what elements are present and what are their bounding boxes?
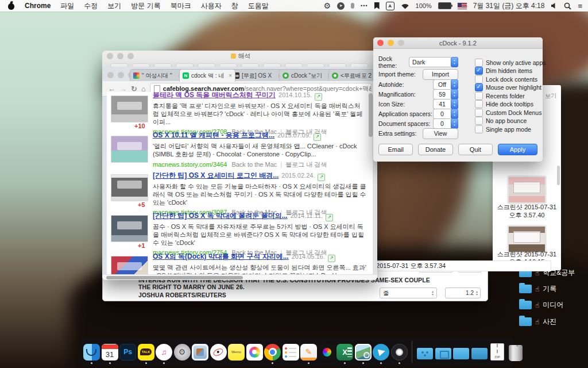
checkbox-show-only-active-apps[interactable]: Show only active apps: [475, 59, 546, 66]
checkbox-custom-dock-menus[interactable]: Custom Dock Menus: [475, 109, 541, 116]
autohide-stepper[interactable]: Off▴▾: [433, 79, 458, 90]
location-icon[interactable]: ➤: [337, 2, 345, 10]
dock-photoshop[interactable]: Ps: [119, 339, 136, 365]
document-spacers-stepper[interactable]: 0▴▾: [433, 118, 458, 129]
keyboard-flag-icon[interactable]: [458, 3, 467, 9]
dock-excel[interactable]: X: [336, 339, 353, 365]
bookmark-icon[interactable]: [374, 2, 380, 9]
input-source-icon[interactable]: A: [386, 2, 394, 10]
donate-button[interactable]: Donate: [418, 144, 452, 155]
view-button[interactable]: View: [423, 128, 458, 139]
source-link[interactable]: macnews.tistory.com/3464: [153, 161, 227, 168]
checkbox-recents-folder[interactable]: Recents folder: [475, 92, 525, 99]
tab-cdock-view[interactable]: cDock "보기 ×: [279, 69, 334, 82]
notification-center-icon[interactable]: ≡: [578, 2, 582, 10]
more-icon[interactable]: •••: [361, 3, 368, 9]
menu-view[interactable]: 보기: [107, 1, 121, 11]
dock-preview[interactable]: [355, 339, 372, 365]
desktop-folder-photos[interactable]: ☝ 사진: [519, 317, 556, 327]
horizontal-scrollbar[interactable]: [102, 274, 377, 280]
dock-reminders[interactable]: [283, 339, 299, 365]
magnification-stepper[interactable]: 59▴▾: [433, 89, 458, 99]
external-link-icon[interactable]: ↗: [328, 255, 335, 262]
quit-button[interactable]: Quit: [458, 144, 493, 155]
checkbox[interactable]: [475, 109, 483, 117]
checkbox[interactable]: [475, 59, 483, 67]
desktop-folder-media[interactable]: ☝ 미디어: [519, 300, 563, 310]
stepper-arrows-icon[interactable]: ▴▾: [451, 99, 458, 109]
stepper-arrows-icon[interactable]: ▴▾: [451, 109, 458, 119]
dock-finder[interactable]: [83, 339, 100, 365]
file-label[interactable]: 스크린샷 2015-07-31: [493, 251, 561, 258]
close-button[interactable]: [107, 72, 114, 78]
dock-photos[interactable]: [246, 339, 263, 365]
dock-mail[interactable]: [192, 339, 208, 365]
menu-window[interactable]: 창: [231, 1, 238, 11]
icon-size-stepper[interactable]: 41▴▾: [433, 99, 458, 109]
import-button[interactable]: Import: [423, 69, 458, 80]
tab-close-icon[interactable]: ×: [229, 72, 232, 79]
checkbox-no-app-bounce[interactable]: No app bounce: [475, 117, 527, 125]
result-thumbnail[interactable]: [111, 256, 148, 275]
window-titlebar[interactable]: 해석: [102, 51, 379, 61]
menu-bookmarks[interactable]: 북마크: [171, 1, 191, 11]
stepper-arrows-icon[interactable]: ▴▾: [451, 118, 458, 129]
panel-scrollbar[interactable]: [557, 166, 560, 185]
menu-edit[interactable]: 수정: [84, 1, 98, 11]
menu-history[interactable]: 방문 기록: [131, 1, 160, 11]
vertical-scrollbar[interactable]: [369, 93, 373, 137]
checkbox[interactable]: [475, 92, 483, 100]
screenshot-file-thumbnail[interactable]: [508, 225, 546, 253]
result-title-link[interactable]: OS X의 독(Dock) 막대를 화면 구석 자리에...: [153, 252, 289, 260]
dock-pixelmator[interactable]: [319, 339, 335, 365]
cdock-titlebar[interactable]: cDock - 9.1.2: [373, 37, 543, 49]
clock[interactable]: 7월 31일 (금) 오후 4:18: [473, 1, 545, 11]
stepper-arrows-icon[interactable]: ▴▾: [451, 79, 458, 90]
application-spacers-stepper[interactable]: 0▴▾: [433, 109, 458, 119]
checkbox[interactable]: [475, 75, 483, 83]
checkbox-dim-hidden-items[interactable]: Dim hidden items: [475, 67, 532, 75]
result-title-link[interactable]: [간단한 팁] OS X 요세미티 로그인 배경...: [153, 171, 278, 179]
apply-button[interactable]: Apply: [498, 144, 537, 155]
volume-icon[interactable]: [551, 2, 558, 9]
menu-file[interactable]: 파일: [60, 1, 74, 11]
result-thumbnail[interactable]: [111, 95, 148, 122]
checkbox-single-app-mode[interactable]: Single app mode: [475, 125, 531, 133]
menu-people[interactable]: 사용자: [201, 1, 222, 11]
menu-help[interactable]: 도움말: [248, 1, 269, 11]
dock-itunes[interactable]: ♫: [156, 339, 172, 365]
wifi-icon[interactable]: [401, 3, 409, 9]
apple-icon[interactable]: [8, 2, 15, 10]
dock-memo[interactable]: Memo: [228, 339, 245, 365]
dock-calendar[interactable]: 31: [102, 339, 118, 365]
checkbox[interactable]: [475, 100, 483, 108]
dock-theme-select[interactable]: Dark▴▾: [409, 57, 458, 67]
dock-trash[interactable]: [507, 339, 524, 365]
tab-free-share[interactable]: <무료배포 2 ×: [328, 69, 377, 82]
checkbox[interactable]: [475, 117, 483, 125]
line-style-select[interactable]: 줄 ▴▾: [380, 288, 437, 298]
spotlight-icon[interactable]: [564, 2, 571, 10]
external-link-icon[interactable]: ↗: [315, 93, 322, 101]
menu-chrome[interactable]: Chrome: [25, 2, 51, 10]
gear-icon[interactable]: ⚙: [324, 1, 331, 10]
select-arrows-icon[interactable]: ▴▾: [451, 57, 458, 67]
file-label[interactable]: 오후 3.57.40: [493, 212, 561, 218]
scrollbar-thumb[interactable]: [106, 276, 243, 279]
dock-zip-archive[interactable]: ZIP: [489, 339, 506, 365]
external-link-icon[interactable]: ↗: [326, 214, 333, 221]
result-title-link[interactable]: [간단한 팁] OS X 독 막대에 올려둔 폴더의...: [153, 212, 288, 220]
result-title-link[interactable]: 블테라 맥 OS 독을 매버릭스처럼 꾸미기: [153, 92, 276, 99]
checkbox[interactable]: [475, 83, 483, 91]
checkbox-lock-dock-contents[interactable]: Lock dock contents: [475, 75, 537, 83]
tab-free-osx[interactable]: BW [무료] OS X ×: [230, 69, 285, 82]
dock-system-preferences[interactable]: ⚙: [174, 339, 191, 365]
email-button[interactable]: Email: [378, 144, 413, 155]
battery-icon[interactable]: [438, 2, 451, 9]
checkbox[interactable]: [475, 67, 483, 75]
dock-pages[interactable]: ✎: [300, 339, 317, 365]
dock-camera-app[interactable]: [391, 339, 408, 365]
file-label[interactable]: 스크린샷 2015-07-31: [493, 204, 561, 210]
checkbox-hide-dock-tooltips[interactable]: Hide dock tooltips: [475, 101, 533, 108]
blog-search-link[interactable]: 블로그 내 검색: [285, 161, 327, 168]
